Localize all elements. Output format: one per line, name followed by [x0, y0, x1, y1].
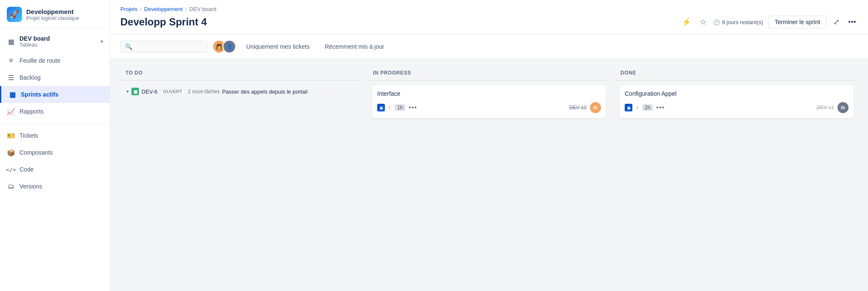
sprints-label: Sprints actifs — [21, 91, 58, 98]
code-icon: </> — [7, 165, 15, 174]
project-type: Projet logiciel classique — [26, 15, 79, 21]
breadcrumb: Projets / Developpement / DEV board — [120, 6, 858, 12]
filter-bar: 🔍 👩 👤 Uniquement mes tickets Récemment m… — [110, 35, 868, 59]
sidebar-item-code[interactable]: </> Code — [0, 161, 110, 178]
breadcrumb-developpement[interactable]: Developpement — [144, 6, 183, 12]
chevron-down-icon: ▾ — [100, 39, 103, 44]
avatar-group[interactable]: 👩 👤 — [212, 40, 236, 53]
inprogress-column: IN PROGRESS Interface ▣ ↑ 1h ••• DEV-12 … — [368, 66, 610, 284]
page-header: Developp Sprint 4 ⚡ ☆ 🕐 9 jours restant(… — [120, 16, 858, 34]
done-column: DONE Configuration Appel ▣ ↑ 2h ••• DEV-… — [615, 66, 858, 284]
todo-column: TO DO ▾ ▣ DEV-6 OUVERT 2 sous-tâches Pas… — [120, 66, 363, 284]
avatar-user2[interactable]: 👤 — [223, 40, 236, 53]
search-input[interactable] — [135, 43, 203, 50]
clock-icon: 🕐 — [713, 19, 720, 25]
epic-id: DEV-6 — [142, 89, 158, 95]
project-logo: 🚀 — [7, 7, 22, 22]
components-icon: 📦 — [7, 148, 15, 157]
sidebar-item-reports[interactable]: 📈 Rapports — [0, 103, 110, 120]
card-type-icon-done: ▣ — [625, 104, 632, 111]
time-remaining: 🕐 9 jours restant(s) — [713, 19, 763, 25]
sidebar-item-tickets[interactable]: 🎫 Tickets — [0, 127, 110, 144]
more-options-icon-button[interactable]: ••• — [846, 16, 858, 28]
reports-label: Rapports — [19, 108, 44, 115]
sidebar-item-backlog[interactable]: ☰ Backlog — [0, 69, 110, 86]
backlog-label: Backlog — [19, 74, 41, 81]
done-column-header: DONE — [615, 66, 858, 81]
todo-column-body: ▾ ▣ DEV-6 OUVERT 2 sous-tâches Passer de… — [120, 81, 363, 284]
share-icon-button[interactable]: ⤢ — [832, 16, 841, 28]
card-configuration[interactable]: Configuration Appel ▣ ↑ 2h ••• DEV-11 Ih — [620, 85, 854, 118]
card-interface-title: Interface — [377, 90, 601, 97]
epic-row[interactable]: ▾ ▣ DEV-6 OUVERT 2 sous-tâches Passer de… — [125, 85, 359, 98]
divider — [0, 123, 110, 124]
search-icon: 🔍 — [125, 43, 132, 50]
card-interface-footer: ▣ ↑ 1h ••• DEV-12 Ih — [377, 102, 601, 113]
priority-up-icon-done: ↑ — [636, 104, 639, 111]
code-label: Code — [19, 166, 33, 173]
epic-badge: OUVERT — [160, 88, 186, 95]
roadmap-label: Feuille de route — [19, 57, 61, 64]
card-menu-icon-done[interactable]: ••• — [656, 104, 665, 111]
epic-icon: ▣ — [131, 88, 139, 95]
terminate-sprint-button[interactable]: Terminer le sprint — [768, 16, 826, 28]
dev-board-sub: Tableau — [19, 42, 96, 48]
sidebar-item-components[interactable]: 📦 Composants — [0, 144, 110, 161]
card-time-done: 2h — [642, 104, 653, 111]
sidebar-header: 🚀 Developpement Projet logiciel classiqu… — [0, 0, 110, 28]
card-avatar: Ih — [590, 102, 601, 113]
card-interface[interactable]: Interface ▣ ↑ 1h ••• DEV-12 Ih — [372, 85, 606, 118]
card-type-icon: ▣ — [377, 104, 385, 111]
recently-updated-button[interactable]: Récemment mis à jour — [320, 41, 389, 53]
tickets-label: Tickets — [19, 132, 38, 139]
sidebar: 🚀 Developpement Projet logiciel classiqu… — [0, 0, 110, 291]
dev-board-label: DEV board — [19, 35, 96, 42]
board: TO DO ▾ ▣ DEV-6 OUVERT 2 sous-tâches Pas… — [110, 59, 868, 291]
card-id-done: DEV-11 — [817, 105, 834, 111]
backlog-icon: ☰ — [7, 73, 15, 82]
board-icon: ▦ — [7, 37, 15, 46]
lightning-icon-button[interactable]: ⚡ — [680, 16, 693, 28]
tickets-icon: 🎫 — [7, 131, 15, 140]
todo-empty-area — [125, 101, 359, 280]
card-configuration-title: Configuration Appel — [625, 90, 849, 97]
sidebar-item-dev-board[interactable]: ▦ DEV board Tableau ▾ — [0, 31, 110, 52]
breadcrumb-devboard: DEV board — [189, 6, 217, 12]
todo-column-header: TO DO — [120, 66, 363, 81]
card-avatar-done: Ih — [837, 102, 849, 113]
star-icon-button[interactable]: ☆ — [698, 16, 708, 28]
inprogress-column-header: IN PROGRESS — [368, 66, 610, 81]
versions-icon: 🗂 — [7, 182, 15, 191]
header-actions: ⚡ ☆ 🕐 9 jours restant(s) Terminer le spr… — [680, 16, 858, 28]
epic-subtasks: 2 sous-tâches — [188, 89, 220, 94]
sidebar-item-sprints[interactable]: ▦ Sprints actifs — [0, 86, 110, 103]
breadcrumb-projets[interactable]: Projets — [120, 6, 137, 12]
priority-up-icon: ↑ — [388, 104, 391, 111]
project-name: Developpement — [26, 8, 79, 15]
card-id: DEV-12 — [569, 105, 587, 111]
done-column-body: Configuration Appel ▣ ↑ 2h ••• DEV-11 Ih — [615, 81, 858, 284]
inprogress-column-body: Interface ▣ ↑ 1h ••• DEV-12 Ih — [368, 81, 610, 284]
search-box[interactable]: 🔍 — [120, 41, 207, 53]
sidebar-item-roadmap[interactable]: ≡ Feuille de route — [0, 52, 110, 69]
card-configuration-footer: ▣ ↑ 2h ••• DEV-11 Ih — [625, 102, 849, 113]
roadmap-icon: ≡ — [7, 56, 15, 65]
sidebar-item-versions[interactable]: 🗂 Versions — [0, 178, 110, 195]
my-tickets-button[interactable]: Uniquement mes tickets — [241, 41, 314, 53]
sprints-icon: ▦ — [8, 90, 17, 99]
epic-chevron-icon[interactable]: ▾ — [126, 89, 129, 94]
reports-icon: 📈 — [7, 107, 15, 116]
card-time: 1h — [395, 104, 405, 111]
card-menu-icon[interactable]: ••• — [409, 104, 417, 111]
page-title: Developp Sprint 4 — [120, 16, 207, 28]
sidebar-nav: ▦ DEV board Tableau ▾ ≡ Feuille de route… — [0, 28, 110, 198]
topbar: Projets / Developpement / DEV board Deve… — [110, 0, 868, 35]
epic-title: Passer des appels depuis le portail — [222, 89, 308, 95]
main-content: Projets / Developpement / DEV board Deve… — [110, 0, 868, 291]
versions-label: Versions — [19, 183, 42, 190]
components-label: Composants — [19, 149, 53, 156]
